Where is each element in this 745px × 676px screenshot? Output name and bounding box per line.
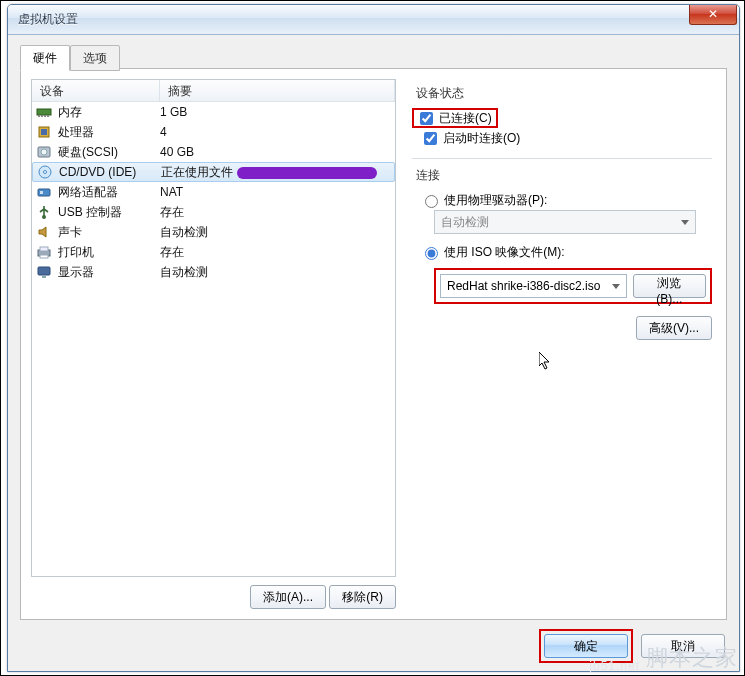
device-row-memory[interactable]: 内存1 GB — [32, 102, 395, 122]
advanced-button[interactable]: 高级(V)... — [636, 316, 712, 340]
svg-point-13 — [42, 215, 46, 219]
window-title: 虚拟机设置 — [18, 11, 78, 28]
separator — [412, 158, 712, 159]
device-summary: 1 GB — [160, 105, 395, 119]
advanced-row: 高级(V)... — [412, 316, 712, 340]
svg-rect-1 — [38, 115, 40, 117]
add-button[interactable]: 添加(A)... — [250, 585, 326, 609]
display-icon — [36, 264, 52, 280]
device-label: 打印机 — [58, 244, 160, 261]
device-label: 硬盘(SCSI) — [58, 144, 160, 161]
device-summary: 正在使用文件 — [161, 164, 394, 181]
device-label: USB 控制器 — [58, 204, 160, 221]
svg-rect-15 — [40, 247, 48, 251]
combo-physical-value: 自动检测 — [441, 214, 489, 231]
cpu-icon — [36, 124, 52, 140]
list-header: 设备 摘要 — [32, 80, 395, 102]
svg-rect-3 — [44, 115, 46, 117]
device-row-net[interactable]: 网络适配器NAT — [32, 182, 395, 202]
radio-physical[interactable] — [425, 195, 438, 208]
svg-rect-17 — [38, 267, 50, 275]
sound-icon — [36, 224, 52, 240]
cancel-button[interactable]: 取消 — [641, 634, 725, 658]
device-summary: 自动检测 — [160, 224, 395, 241]
highlight-ok: 确定 — [539, 629, 633, 663]
tab-options[interactable]: 选项 — [70, 45, 120, 71]
device-summary: 40 GB — [160, 145, 395, 159]
highlight-connected: 已连接(C) — [412, 108, 498, 128]
device-label: 处理器 — [58, 124, 160, 141]
device-summary: 自动检测 — [160, 264, 395, 281]
left-pane: 设备 摘要 内存1 GB处理器4硬盘(SCSI)40 GBCD/DVD (IDE… — [31, 79, 396, 609]
col-summary[interactable]: 摘要 — [160, 80, 395, 101]
device-row-cd[interactable]: CD/DVD (IDE)正在使用文件 — [32, 162, 395, 182]
ok-button[interactable]: 确定 — [544, 634, 628, 658]
svg-rect-11 — [38, 189, 50, 196]
chevron-down-icon — [612, 284, 620, 289]
device-label: 内存 — [58, 104, 160, 121]
usb-icon — [36, 204, 52, 220]
close-button[interactable]: ✕ — [689, 5, 737, 25]
device-row-sound[interactable]: 声卡自动检测 — [32, 222, 395, 242]
dialog-window: 虚拟机设置 ✕ 硬件选项 设备 摘要 内存1 GB处理器4硬盘(SCSI)40 … — [7, 4, 740, 672]
device-row-usb[interactable]: USB 控制器存在 — [32, 202, 395, 222]
device-label: 网络适配器 — [58, 184, 160, 201]
device-row-cpu[interactable]: 处理器4 — [32, 122, 395, 142]
radio-iso[interactable] — [425, 247, 438, 260]
tab-body: 设备 摘要 内存1 GB处理器4硬盘(SCSI)40 GBCD/DVD (IDE… — [20, 68, 727, 620]
svg-point-10 — [44, 171, 47, 174]
svg-rect-4 — [47, 115, 49, 117]
combo-iso-value: RedHat shrike-i386-disc2.iso — [447, 279, 600, 293]
combo-iso-file[interactable]: RedHat shrike-i386-disc2.iso — [440, 274, 627, 298]
tab-hardware[interactable]: 硬件 — [20, 45, 70, 71]
list-rows: 内存1 GB处理器4硬盘(SCSI)40 GBCD/DVD (IDE)正在使用文… — [32, 102, 395, 282]
label-physical: 使用物理驱动器(P): — [444, 192, 547, 209]
browse-button[interactable]: 浏览(B)... — [633, 274, 706, 298]
label-connected: 已连接(C) — [439, 110, 492, 127]
row-iso: 使用 ISO 映像文件(M): — [420, 242, 712, 262]
device-summary: 存在 — [160, 204, 395, 221]
highlight-iso: RedHat shrike-i386-disc2.iso 浏览(B)... — [434, 268, 712, 304]
device-row-hdd[interactable]: 硬盘(SCSI)40 GB — [32, 142, 395, 162]
right-pane: 设备状态 已连接(C) 启动时连接(O) 连接 使用物理驱动器(P): — [408, 79, 716, 609]
device-summary: NAT — [160, 185, 395, 199]
col-device[interactable]: 设备 — [32, 80, 160, 101]
hdd-icon — [36, 144, 52, 160]
svg-rect-16 — [40, 255, 48, 258]
net-icon — [36, 184, 52, 200]
iso-row: RedHat shrike-i386-disc2.iso 浏览(B)... — [434, 268, 712, 304]
viewport: 虚拟机设置 ✕ 硬件选项 设备 摘要 内存1 GB处理器4硬盘(SCSI)40 … — [0, 0, 745, 676]
svg-rect-0 — [37, 109, 51, 115]
label-iso: 使用 ISO 映像文件(M): — [444, 244, 565, 261]
device-label: 显示器 — [58, 264, 160, 281]
svg-rect-18 — [42, 276, 46, 278]
chevron-down-icon — [681, 220, 689, 225]
titlebar[interactable]: 虚拟机设置 ✕ — [8, 5, 739, 35]
memory-icon — [36, 104, 52, 120]
checkbox-connected[interactable] — [420, 112, 433, 125]
combo-physical-drive: 自动检测 — [434, 210, 696, 234]
hardware-buttons: 添加(A)... 移除(R) — [31, 585, 396, 609]
device-row-printer[interactable]: 打印机存在 — [32, 242, 395, 262]
dialog-footer: 确定 取消 — [539, 629, 725, 663]
svg-rect-6 — [41, 129, 47, 135]
client-area: 硬件选项 设备 摘要 内存1 GB处理器4硬盘(SCSI)40 GBCD/DVD… — [8, 35, 739, 671]
remove-button[interactable]: 移除(R) — [329, 585, 396, 609]
row-connect-at-power: 启动时连接(O) — [420, 128, 712, 148]
checkbox-connect-at-power[interactable] — [424, 132, 437, 145]
row-physical: 使用物理驱动器(P): — [420, 190, 712, 210]
device-summary: 存在 — [160, 244, 395, 261]
redaction — [237, 167, 377, 179]
printer-icon — [36, 244, 52, 260]
svg-rect-12 — [40, 191, 43, 194]
group-status-title: 设备状态 — [416, 85, 712, 102]
device-label: CD/DVD (IDE) — [59, 165, 161, 179]
hardware-list: 设备 摘要 内存1 GB处理器4硬盘(SCSI)40 GBCD/DVD (IDE… — [31, 79, 396, 577]
label-connect-at-power: 启动时连接(O) — [443, 130, 520, 147]
svg-point-8 — [41, 149, 47, 155]
svg-rect-2 — [41, 115, 43, 117]
tab-strip: 硬件选项 — [20, 45, 727, 69]
device-summary: 4 — [160, 125, 395, 139]
group-connection-title: 连接 — [416, 167, 712, 184]
device-row-display[interactable]: 显示器自动检测 — [32, 262, 395, 282]
